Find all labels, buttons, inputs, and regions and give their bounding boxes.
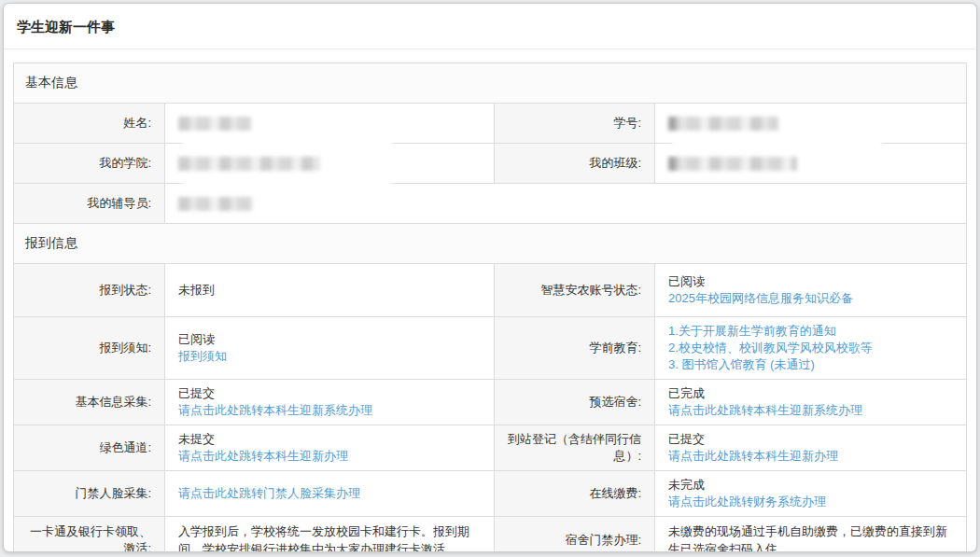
info-table: 基本信息 姓名: 学号: 我的学院: 我的班级: (13, 63, 967, 552)
smart-account-status-label: 智慧安农账号状态: (495, 264, 655, 317)
status-text: 已提交 (178, 385, 481, 402)
status-text: 未报到 (178, 282, 481, 299)
redacted-counselor (178, 197, 253, 211)
dorm-access-label: 宿舍门禁办理: (495, 517, 655, 553)
card-bank-activation-label: 一卡通及银行卡领取、激活: (14, 517, 165, 553)
card-bank-activation-value: 入学报到后，学校将统一发放校园卡和建行卡。报到期间，学校安排银行进校集中为大家办… (165, 517, 495, 553)
green-channel-label: 绿色通道: (14, 425, 165, 471)
section-header-report: 报到信息 (14, 224, 967, 264)
link-report-notice[interactable]: 报到须知 (178, 348, 481, 365)
online-payment-label: 在线缴费: (495, 471, 655, 517)
redacted-class (668, 157, 797, 171)
student-id-label: 学号: (495, 104, 655, 144)
report-status-label: 报到状态: (14, 264, 165, 317)
link-payment-transfer[interactable]: 请点击此处跳转财务系统办理 (668, 494, 953, 510)
basic-info-collection-value: 已提交 请点击此处跳转本科生迎新系统办理 (165, 380, 495, 425)
report-notice-value: 已阅读 报到须知 (165, 317, 495, 380)
welcome-card: 学生迎新一件事 基本信息 姓名: 学号: 我的学院: (3, 3, 977, 552)
link-green-channel-transfer[interactable]: 请点击此处跳转本科生迎新办理 (178, 448, 481, 465)
status-text: 已完成 (668, 385, 953, 402)
pre-school-education-value: 1.关于开展新生学前教育的通知 2.校史校情、校训教风学风校风校歌等 3. 图书… (655, 317, 967, 380)
dorm-access-value: 未缴费的现场通过手机自助缴费，已缴费的直接到新生已选宿舍扫码入住。 (655, 517, 967, 553)
green-channel-value: 未提交 请点击此处跳转本科生迎新办理 (165, 425, 495, 471)
access-face-collection-value: 请点击此处跳转门禁人脸采集办理 (165, 471, 495, 517)
dorm-preselection-value: 已完成 请点击此处跳转本科生迎新系统办理 (655, 380, 967, 425)
online-payment-value: 未完成 请点击此处跳转财务系统办理 (655, 471, 967, 517)
college-value (165, 144, 495, 184)
class-label: 我的班级: (495, 144, 655, 184)
name-value (165, 104, 495, 144)
link-network-knowledge-2025[interactable]: 2025年校园网络信息服务知识必备 (668, 290, 953, 307)
counselor-value (165, 184, 967, 224)
link-face-collection-transfer[interactable]: 请点击此处跳转门禁人脸采集办理 (178, 485, 481, 502)
arrival-registration-label: 到站登记（含结伴同行信息）: (495, 425, 655, 471)
status-text: 未提交 (178, 431, 481, 448)
redacted-student-id (668, 117, 778, 131)
link-pre-edu-history-2[interactable]: 2.校史校情、校训教风学风校风校歌等 (668, 340, 953, 356)
page-title: 学生迎新一件事 (4, 4, 976, 49)
arrival-registration-value: 已提交 请点击此处跳转本科生迎新办理 (655, 425, 967, 471)
report-status-value: 未报到 (165, 264, 495, 317)
info-table-wrap: 基本信息 姓名: 学号: 我的学院: 我的班级: (13, 63, 967, 552)
student-id-value (655, 104, 967, 144)
link-dorm-preselect-transfer[interactable]: 请点击此处跳转本科生迎新系统办理 (668, 402, 953, 419)
counselor-label: 我的辅导员: (14, 184, 165, 224)
basic-info-collection-label: 基本信息采集: (14, 380, 165, 425)
smart-account-status-value: 已阅读 2025年校园网络信息服务知识必备 (655, 264, 967, 317)
status-text: 未完成 (668, 477, 953, 494)
access-face-collection-label: 门禁人脸采集: (14, 471, 165, 517)
link-basic-info-transfer[interactable]: 请点击此处跳转本科生迎新系统办理 (178, 402, 481, 419)
info-text: 入学报到后，学校将统一发放校园卡和建行卡。报到期间，学校安排银行进校集中为大家办… (178, 524, 469, 552)
link-pre-edu-library-3[interactable]: 3. 图书馆入馆教育 (未通过) (668, 356, 953, 373)
class-value (655, 144, 967, 184)
name-label: 姓名: (14, 104, 165, 144)
report-notice-label: 报到须知: (14, 317, 165, 380)
college-label: 我的学院: (14, 144, 165, 184)
pre-school-education-label: 学前教育: (495, 317, 655, 380)
link-pre-edu-notice-1[interactable]: 1.关于开展新生学前教育的通知 (668, 323, 953, 340)
status-text: 已阅读 (178, 331, 481, 348)
info-text: 未缴费的现场通过手机自助缴费，已缴费的直接到新生已选宿舍扫码入住。 (668, 524, 947, 552)
dorm-preselection-label: 预选宿舍: (495, 380, 655, 425)
section-header-basic: 基本信息 (14, 63, 967, 104)
redacted-name (178, 117, 251, 131)
redacted-college (178, 157, 320, 171)
link-arrival-transfer[interactable]: 请点击此处跳转本科生迎新办理 (668, 448, 953, 465)
status-text: 已阅读 (668, 273, 953, 290)
status-text: 已提交 (668, 431, 953, 448)
